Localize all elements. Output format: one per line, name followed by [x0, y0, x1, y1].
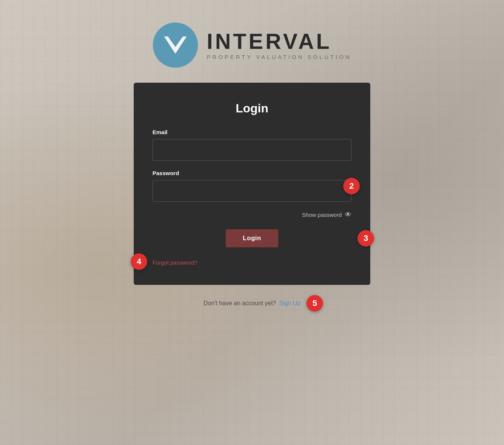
email-input[interactable] [152, 139, 352, 161]
password-label: Password [152, 170, 352, 176]
eye-icon[interactable]: 👁 [345, 211, 352, 219]
logo-text: INTERVAL PROPERTY VALUATION SOLUTION [207, 30, 352, 60]
email-label: Email [152, 129, 352, 135]
app-name: INTERVAL [207, 30, 352, 52]
badge-5: 5 [306, 295, 323, 312]
show-password-label[interactable]: Show password [302, 212, 342, 218]
logo-area: INTERVAL PROPERTY VALUATION SOLUTION [153, 23, 352, 68]
login-card: Login Email Password 2 Show password 👁 L… [134, 83, 370, 285]
page-center: INTERVAL PROPERTY VALUATION SOLUTION Log… [0, 0, 504, 445]
login-button[interactable]: Login [226, 229, 278, 247]
password-field-group: Password 2 [152, 170, 352, 202]
signup-prompt: Don't have an account yet? [204, 300, 276, 307]
logo-svg [162, 32, 189, 58]
signup-row: Don't have an account yet? Sign Up 5 [204, 300, 300, 307]
password-input[interactable] [152, 180, 352, 202]
badge-2: 2 [343, 178, 360, 194]
signup-link[interactable]: Sign Up [279, 300, 300, 307]
show-password-row: Show password 👁 [152, 211, 352, 219]
forgot-password-link[interactable]: Forgot password? [152, 258, 198, 267]
badge-4: 4 [131, 253, 147, 270]
logo-icon [153, 23, 198, 68]
login-btn-row: Login 3 [152, 229, 352, 247]
forgot-password-container: 4 Forgot password? [152, 259, 198, 266]
email-field-group: Email [152, 129, 352, 161]
badge-3: 3 [358, 230, 374, 247]
app-subtitle: PROPERTY VALUATION SOLUTION [207, 54, 352, 60]
login-title: Login [152, 101, 352, 115]
